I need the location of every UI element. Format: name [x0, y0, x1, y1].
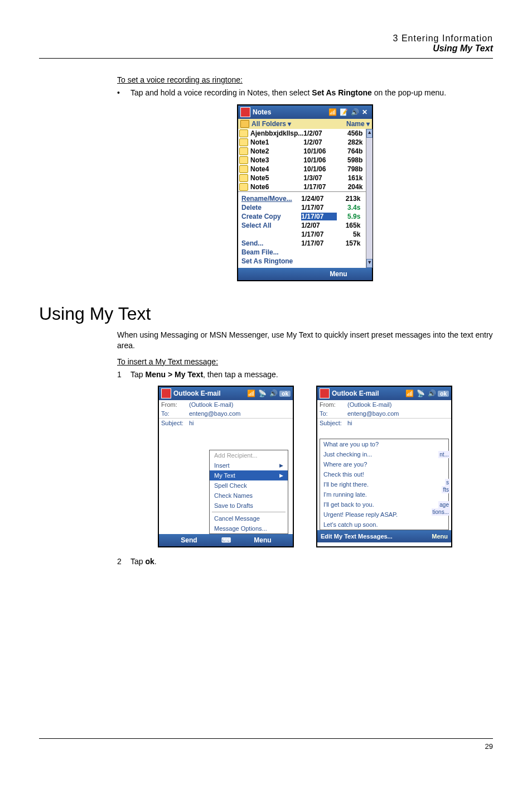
- subject-line[interactable]: Subject: hi: [317, 419, 451, 427]
- compose-menu-item[interactable]: Spell Check: [210, 480, 288, 491]
- keyboard-icon[interactable]: ⌨: [219, 536, 233, 544]
- compose-menu-item: Add Recipient...: [210, 450, 288, 460]
- context-menu-item[interactable]: Rename/Move...1/24/07213k: [241, 194, 362, 203]
- context-menu-item[interactable]: Create Copy1/17/075.9s: [241, 212, 362, 221]
- note-icon: [239, 156, 248, 164]
- compose-menu-item[interactable]: My Text▶: [210, 470, 288, 480]
- bullet: •: [117, 88, 130, 99]
- compose-menu-item[interactable]: Save to Drafts: [210, 501, 288, 511]
- context-menu-item[interactable]: Beam File...: [241, 248, 362, 257]
- outlook-screenshot-menu: Outlook E-mail 📶 📡 🔊 ok From: (Outlook E…: [158, 386, 294, 547]
- notes-soft-right[interactable]: Menu: [305, 270, 372, 278]
- volume-icon: 🔊: [428, 390, 436, 397]
- note-row[interactable]: Note210/1/06764b: [238, 147, 366, 156]
- all-folders-label: All Folders ▾: [252, 120, 291, 128]
- context-menu-item: 1/17/075k: [241, 230, 362, 239]
- section-title: Using My Text: [39, 304, 493, 324]
- compose-menu-item[interactable]: Cancel Message: [210, 513, 288, 523]
- mytext-item[interactable]: Where are you?: [320, 459, 448, 469]
- outlook-title-left: Outlook E-mail: [173, 390, 221, 397]
- submenu-arrow-icon: ▶: [279, 463, 283, 468]
- note-size: 798b: [339, 165, 365, 173]
- outlook-title-right: Outlook E-mail: [332, 390, 379, 397]
- mytext-item[interactable]: Just checking in...: [320, 449, 448, 459]
- note-date: 1/3/07: [303, 174, 339, 182]
- signal-icon: 📶: [247, 390, 255, 397]
- mytext-item[interactable]: I'm running late.: [320, 489, 448, 499]
- context-menu-item[interactable]: Delete1/17/073.4s: [241, 203, 362, 212]
- antenna-icon: 📡: [258, 390, 266, 397]
- note-name: Note2: [250, 147, 303, 155]
- outlook-softbar-left: Send ⌨ Menu: [159, 534, 293, 546]
- note-icon: [239, 165, 248, 173]
- note-row[interactable]: Note410/1/06798b: [238, 165, 366, 174]
- notes-screenshot: Notes 📶 📝 🔊 ✕ All Folders ▾ Name ▾ Ajenb…: [237, 104, 373, 281]
- ok-button[interactable]: ok: [279, 391, 291, 397]
- ok-button[interactable]: ok: [438, 391, 449, 397]
- send-button[interactable]: Send: [159, 536, 219, 544]
- note-name: Note3: [250, 156, 303, 164]
- mytext-item[interactable]: I'll get back to you.: [320, 499, 448, 509]
- volume-icon: 🔊: [351, 108, 359, 116]
- compose-menu-item[interactable]: Message Options...: [210, 523, 288, 533]
- mytext-item[interactable]: Check this out!: [320, 469, 448, 479]
- ringtone-step: Tap and hold a voice recording in Notes,…: [130, 88, 446, 99]
- sort-label[interactable]: Name ▾: [346, 120, 370, 128]
- context-menu-item[interactable]: Set As Ringtone: [241, 257, 362, 266]
- menu-fragment: Menu: [432, 533, 448, 540]
- context-menu: Rename/Move...1/24/07213kDelete1/17/073.…: [238, 191, 366, 268]
- note-icon: [239, 183, 248, 191]
- to-line[interactable]: To: enteng@bayo.com: [159, 409, 293, 418]
- mytext-item[interactable]: Let's catch up soon.: [320, 520, 448, 530]
- submenu-arrow-icon: ▶: [279, 473, 283, 478]
- folders-bar[interactable]: All Folders ▾ Name ▾: [238, 119, 372, 129]
- note-size: 282k: [339, 138, 365, 146]
- note-icon: [239, 138, 248, 146]
- menu-fragment: nt...: [438, 451, 450, 458]
- note-icon: [239, 174, 248, 182]
- mytext-item[interactable]: Urgent! Please reply ASAP.: [320, 509, 448, 520]
- step-number-1: 1: [117, 369, 130, 381]
- compose-menu-item[interactable]: Insert▶: [210, 460, 288, 470]
- note-size: 204k: [339, 183, 365, 191]
- to-line[interactable]: To: enteng@bayo.com: [317, 409, 451, 418]
- outlook-screenshot-mytext: Outlook E-mail 📶 📡 🔊 ok From: (Outlook E…: [316, 386, 452, 547]
- from-line: From: (Outlook E-mail): [159, 400, 293, 409]
- context-menu-item[interactable]: Send...1/17/07157k: [241, 239, 362, 248]
- mytext-item[interactable]: I'll be right there.: [320, 479, 448, 489]
- outlook-softbar-right: Edit My Text Messages... Menu: [317, 530, 451, 542]
- mytext-intro: When using Messaging or MSN Messenger, u…: [117, 330, 493, 352]
- note-size: 598b: [339, 156, 365, 164]
- note-name: Ajenbbxjdkllsp...: [250, 129, 303, 137]
- note-row[interactable]: Note51/3/07161k: [238, 174, 366, 182]
- scroll-down-icon[interactable]: ▼: [366, 259, 373, 268]
- scroll-up-icon[interactable]: ▲: [366, 129, 373, 138]
- subject-line[interactable]: Subject: hi: [159, 419, 293, 427]
- step-number-2: 2: [117, 556, 130, 568]
- note-size: 161k: [339, 174, 365, 182]
- scrollbar[interactable]: ▲ ▼: [366, 129, 373, 268]
- note-row[interactable]: Note61/17/07204k: [238, 182, 366, 191]
- notes-titlebar: Notes 📶 📝 🔊 ✕: [238, 105, 372, 119]
- menu-button[interactable]: Menu: [233, 536, 293, 544]
- header-rule: [39, 58, 493, 59]
- menu-fragment: tions...: [432, 508, 450, 516]
- step-1-text: Tap Menu > My Text, then tap a message.: [130, 369, 278, 381]
- new-note-icon: 📝: [340, 108, 347, 116]
- note-date: 1/2/07: [303, 138, 339, 146]
- context-menu-item[interactable]: Select All1/2/07165k: [241, 221, 362, 230]
- edit-mytext-button[interactable]: Edit My Text Messages...: [321, 533, 393, 540]
- note-name: Note5: [250, 174, 303, 182]
- header-chapter: 3 Entering Information: [39, 33, 493, 44]
- note-icon: [239, 147, 248, 155]
- compose-menu-item[interactable]: Check Names: [210, 491, 288, 501]
- note-row[interactable]: Ajenbbxjdkllsp...1/2/07456b: [238, 129, 366, 138]
- note-row[interactable]: Note310/1/06598b: [238, 156, 366, 165]
- note-name: Note4: [250, 165, 303, 173]
- note-size: 456b: [339, 129, 365, 137]
- compose-menu: Add Recipient...Insert▶My Text▶Spell Che…: [209, 450, 288, 534]
- mytext-item[interactable]: What are you up to?: [320, 439, 448, 449]
- note-row[interactable]: Note11/2/07282k: [238, 138, 366, 147]
- folder-icon: [240, 120, 249, 128]
- note-date: 10/1/06: [303, 156, 339, 164]
